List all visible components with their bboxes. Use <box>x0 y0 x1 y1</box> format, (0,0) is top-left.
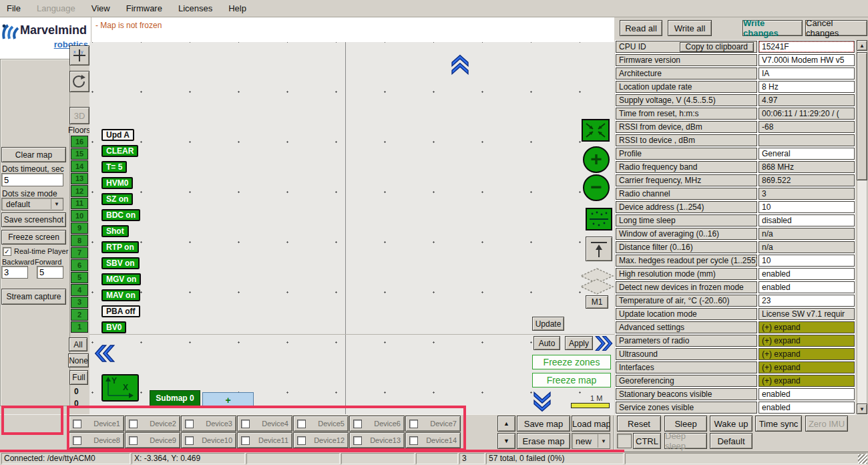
param-value-cell[interactable]: (+) expand <box>758 375 855 387</box>
scroll-up-button[interactable]: ▲ <box>857 40 867 51</box>
stream-capture-button[interactable]: Stream capture <box>1 289 66 305</box>
device-toggle[interactable]: Device13 <box>349 432 405 448</box>
floors-none-button[interactable]: None <box>68 353 89 367</box>
param-value-cell[interactable]: 10 <box>758 201 855 213</box>
read-all-button[interactable]: Read all <box>620 20 662 36</box>
map-toggle-button[interactable]: BDC on <box>101 209 140 221</box>
map-toggle-button[interactable]: BV0 <box>101 321 126 333</box>
floor-button[interactable]: 1 <box>71 321 88 333</box>
param-value-cell[interactable]: disabled <box>758 214 855 226</box>
floors-all-button[interactable]: All <box>69 337 87 351</box>
param-value-cell[interactable]: (+) expand <box>758 335 855 347</box>
param-value-cell[interactable]: License SW v7.1 requir <box>758 308 855 320</box>
param-value-cell[interactable]: (+) expand <box>758 361 855 373</box>
param-value-cell[interactable]: 00:06:11 / 11:29:20 / ( <box>758 108 855 120</box>
clear-map-button[interactable]: Clear map <box>1 147 66 162</box>
freeze-zones-button[interactable]: Freeze zones <box>532 355 611 369</box>
device-checkbox[interactable] <box>353 436 362 445</box>
time-sync-button[interactable]: Time sync <box>755 416 802 432</box>
submap-axes-icon[interactable]: Y X <box>101 374 139 402</box>
param-value-cell[interactable] <box>758 134 855 146</box>
copy-to-clipboard-button[interactable]: Copy to clipboard <box>680 42 754 52</box>
map-toggle-button[interactable]: RTP on <box>101 241 139 253</box>
param-value-cell[interactable]: 4.97 <box>758 94 855 106</box>
scroll-down-button[interactable]: ▼ <box>857 404 867 414</box>
param-value-cell[interactable]: 8 Hz <box>758 81 855 93</box>
menu-item[interactable]: Language <box>37 3 75 13</box>
wake-up-button[interactable]: Wake up <box>710 416 752 432</box>
apply-button[interactable]: Apply <box>565 336 593 350</box>
auto-button[interactable]: Auto <box>533 336 560 350</box>
floor-button[interactable]: 5 <box>71 272 88 284</box>
menu-item[interactable]: Firmware <box>126 3 162 13</box>
map-toggle-button[interactable]: Upd A <box>101 129 134 141</box>
device-toggle[interactable]: Device1 <box>69 416 124 432</box>
menu-item[interactable]: View <box>91 3 110 13</box>
chevron-down-icon[interactable]: ▼ <box>51 199 62 209</box>
resize-grip-icon[interactable] <box>858 454 867 464</box>
map-toggle-button[interactable]: SZ on <box>101 193 133 205</box>
floor-button[interactable]: 6 <box>71 259 88 271</box>
dots-timeout-input[interactable] <box>1 173 63 186</box>
device-toggle[interactable]: Device3 <box>181 416 236 432</box>
param-value-cell[interactable]: 10 <box>758 255 855 267</box>
device-page-up-button[interactable]: ▲ <box>497 416 515 432</box>
map-toggle-button[interactable]: SBV on <box>101 257 140 269</box>
device-checkbox[interactable] <box>241 436 250 445</box>
floor-button[interactable]: 16 <box>71 136 88 148</box>
zero-imu-button[interactable]: Zero IMU <box>805 416 848 432</box>
pan-up-icon[interactable] <box>449 53 471 75</box>
backward-input[interactable] <box>1 266 28 279</box>
layers-icon[interactable] <box>578 266 616 297</box>
device-toggle[interactable]: Device9 <box>125 432 180 448</box>
param-value-cell[interactable]: -68 <box>758 121 855 133</box>
param-value-cell[interactable]: enabled <box>758 402 855 414</box>
chevron-down-icon[interactable]: ▼ <box>598 434 609 448</box>
fit-to-screen-button[interactable] <box>582 119 610 142</box>
param-value-cell[interactable]: enabled <box>758 388 855 400</box>
sleep-button[interactable]: Sleep <box>664 416 707 432</box>
device-checkbox[interactable] <box>129 420 138 428</box>
device-checkbox[interactable] <box>185 436 194 445</box>
device-toggle[interactable]: Device12 <box>293 432 349 448</box>
device-toggle[interactable]: Device6 <box>349 416 405 432</box>
update-button[interactable]: Update <box>532 317 564 331</box>
param-value-cell[interactable]: V7.000i Modem HW v5 <box>758 54 855 66</box>
dots-display-button[interactable] <box>586 208 612 230</box>
param-value-cell[interactable]: n/a <box>758 228 855 240</box>
floors-full-button[interactable]: Full <box>69 370 88 385</box>
device-checkbox[interactable] <box>297 420 306 428</box>
param-value-cell[interactable]: n/a <box>758 241 855 253</box>
load-map-button[interactable]: Load map <box>572 416 610 432</box>
dots-size-select[interactable]: default ▼ <box>1 198 63 210</box>
export-up-button[interactable] <box>586 237 612 261</box>
device-toggle[interactable]: Device2 <box>125 416 180 432</box>
device-toggle[interactable]: Device7 <box>405 416 461 432</box>
floor-button[interactable]: 10 <box>71 210 88 222</box>
menu-item[interactable]: Licenses <box>178 3 212 13</box>
map-toggle-button[interactable]: CLEAR <box>101 145 138 157</box>
device-checkbox[interactable] <box>129 436 138 445</box>
pan-right-icon[interactable] <box>595 333 614 353</box>
param-value-cell[interactable]: 868 MHz <box>758 161 855 173</box>
save-map-button[interactable]: Save map <box>517 416 570 432</box>
device-checkbox[interactable] <box>73 436 81 445</box>
param-value-cell[interactable]: IA <box>758 67 855 80</box>
add-submap-tab[interactable]: + <box>202 392 254 408</box>
floor-button[interactable]: 7 <box>71 247 88 259</box>
device-checkbox[interactable] <box>297 436 306 445</box>
m1-button[interactable]: M1 <box>586 295 608 309</box>
map-toggle-button[interactable]: Shot <box>101 225 129 237</box>
menu-item[interactable]: Help <box>228 3 246 13</box>
floor-button[interactable]: 9 <box>71 222 88 235</box>
zoom-out-button[interactable]: − <box>583 174 610 201</box>
floor-button[interactable]: 15 <box>71 148 88 160</box>
save-screenshot-button[interactable]: Save screenshot <box>1 212 66 227</box>
device-checkbox[interactable] <box>73 420 81 428</box>
device-toggle[interactable]: Device11 <box>237 432 292 448</box>
device-page-down-button[interactable]: ▼ <box>497 433 515 449</box>
realtime-player-checkbox[interactable]: ✓ <box>3 247 11 256</box>
param-value-cell[interactable]: (+) expand <box>758 348 855 360</box>
pan-down-icon[interactable] <box>531 392 553 413</box>
param-value-cell[interactable]: General <box>758 148 855 160</box>
